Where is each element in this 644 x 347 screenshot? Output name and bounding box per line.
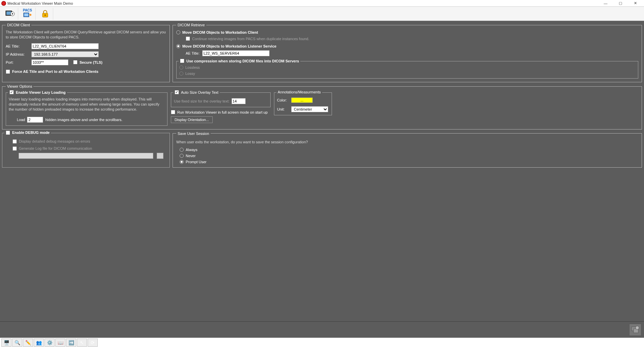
enable-lazy-checkbox[interactable] <box>9 90 14 94</box>
dicom-client-legend: DICOM Client <box>6 23 31 27</box>
save-session-group: Save User Session When user exits the wo… <box>173 132 642 168</box>
continue-retrieving-label: Continue retrieving images from PACS whe… <box>192 37 309 41</box>
debug-detailed-checkbox[interactable] <box>12 139 17 144</box>
toolbar-lock-button[interactable] <box>37 8 53 20</box>
dicom-retrieve-legend: DICOM Retrieve <box>176 23 206 27</box>
svg-point-3 <box>12 13 13 15</box>
fullscreen-checkbox[interactable] <box>171 110 175 114</box>
save-never-radio[interactable] <box>180 154 184 158</box>
task-edit-button[interactable]: ✏️ <box>23 339 33 347</box>
move-to-listener-label: Move DICOM Objects to Workstation Listen… <box>182 44 276 48</box>
monitor-icon: 🖥️ <box>4 340 9 345</box>
secure-tls-label: Secure (TLS) <box>80 60 102 64</box>
enable-debug-checkbox[interactable] <box>6 131 10 135</box>
port-input[interactable] <box>31 59 68 65</box>
color-picker-button[interactable]: ... <box>291 97 313 103</box>
debug-logpath-input[interactable] <box>19 153 153 159</box>
arrow-icon: ↖ <box>80 340 84 345</box>
save-session-legend: Save User Session <box>176 132 211 136</box>
auto-size-overlay-label: Auto Size Overlay Text <box>181 90 218 94</box>
continue-retrieving-checkbox[interactable] <box>186 36 190 41</box>
search-icon: 🔍 <box>14 340 20 345</box>
pencil-icon: ✏️ <box>25 340 31 345</box>
ip-address-label: IP Address: <box>6 52 29 56</box>
color-label: Color: <box>277 98 289 102</box>
task-users-button[interactable]: 👥 <box>34 339 44 347</box>
use-compression-checkbox[interactable] <box>180 59 184 63</box>
svg-point-10 <box>636 326 639 329</box>
dicom-retrieve-group: DICOM Retrieve Move DICOM Objects to Wor… <box>173 23 642 82</box>
svg-rect-5 <box>24 13 28 16</box>
unit-label: Unit: <box>277 107 289 111</box>
toolbar-pacs-button[interactable]: PACS <box>20 8 36 20</box>
load-label: Load <box>17 118 25 122</box>
task-book-button[interactable]: 📖 <box>55 339 65 347</box>
retrieve-ae-title-label: AE Title: <box>186 51 200 55</box>
task-monitor-button[interactable]: 🖥️ <box>1 339 11 347</box>
save-prompt-label: Prompt User <box>186 160 207 164</box>
unit-select[interactable]: Centimeter <box>291 106 328 112</box>
ae-title-label: AE Title: <box>6 44 29 48</box>
lossless-label: Lossless <box>185 65 200 69</box>
task-forward-button[interactable]: ➡️ <box>66 339 76 347</box>
annotations-legend: Annotations/Measurments <box>276 90 322 94</box>
load-count-input[interactable] <box>27 117 43 123</box>
ip-address-select[interactable]: 192.168.5.177 <box>31 51 99 57</box>
move-to-client-radio[interactable] <box>176 30 180 34</box>
pacs-icon <box>23 12 32 19</box>
users-icon: 👥 <box>36 340 42 345</box>
svg-point-7 <box>44 15 46 16</box>
move-to-client-label: Move DICOM Objects to Workstation Client <box>182 30 258 34</box>
content-area: DICOM Client The Workstation Client will… <box>0 21 644 321</box>
lossless-radio[interactable] <box>179 65 183 69</box>
maximize-button[interactable]: ▢ <box>613 0 628 7</box>
task-gear-button[interactable]: ⚙️ <box>44 339 55 347</box>
toolbar-settings-button[interactable] <box>2 8 18 20</box>
close-button[interactable]: ✕ <box>628 0 643 7</box>
main-toolbar: PACS <box>0 7 644 21</box>
port-label: Port: <box>6 60 29 64</box>
save-prompt-radio[interactable] <box>180 160 184 164</box>
force-ae-checkbox[interactable] <box>6 69 10 74</box>
debug-genlog-checkbox[interactable] <box>12 146 17 151</box>
enable-debug-label: Enable DEBUG mode <box>12 131 50 135</box>
debug-genlog-label: Generate Log file for DICOM communicatio… <box>19 146 92 150</box>
task-search-button[interactable]: 🔍 <box>12 339 22 347</box>
auto-size-overlay-checkbox[interactable] <box>175 90 179 94</box>
lossy-radio[interactable] <box>179 71 183 76</box>
load-suffix-label: hidden images above and under the scroll… <box>45 118 122 122</box>
window-title: Medical Workstation Viewer Main Demo <box>7 1 73 5</box>
viewer-options-legend: Viewer Options <box>6 84 33 88</box>
retrieve-ae-title-input[interactable] <box>202 50 270 56</box>
app-icon <box>1 1 6 6</box>
enable-lazy-label: Enable Viewer Lazy Loading <box>16 90 66 94</box>
settings-icon <box>5 10 15 18</box>
settings-icon <box>631 325 640 334</box>
save-session-question: When user exits the workstation, do you … <box>176 140 638 145</box>
dicom-client-group: DICOM Client The Workstation Client will… <box>2 23 170 82</box>
display-orientation-button[interactable]: Display Orientation... <box>171 116 213 123</box>
move-to-listener-radio[interactable] <box>176 44 180 48</box>
fixed-size-label: Use fixed size for the overlay text: <box>174 99 229 103</box>
dicom-client-description: The Workstation Client will perform DICO… <box>6 30 166 40</box>
secure-tls-checkbox[interactable] <box>73 60 78 64</box>
book-icon: 📖 <box>58 340 63 345</box>
ae-title-input[interactable] <box>31 43 99 49</box>
force-ae-label: Force AE Title and Port to all Workstati… <box>12 69 98 74</box>
task-arrow-button[interactable]: ↖ <box>77 339 87 347</box>
use-compression-label: Use compression when storing DICOM files… <box>186 59 299 63</box>
gear-icon: ⚙️ <box>47 340 53 345</box>
browse-logpath-button[interactable] <box>157 153 163 159</box>
debug-detailed-label: Display detailed debug messages on error… <box>19 139 90 143</box>
save-never-label: Never <box>186 154 195 158</box>
minimize-button[interactable]: — <box>598 0 613 7</box>
refresh-icon: ⟳ <box>91 340 95 345</box>
save-always-label: Always <box>186 148 197 152</box>
task-refresh-button[interactable]: ⟳ <box>88 339 98 347</box>
fixed-size-input[interactable] <box>232 98 246 104</box>
status-settings-button[interactable] <box>629 324 641 336</box>
bottom-toolbar: 🖥️ 🔍 ✏️ 👥 ⚙️ 📖 ➡️ ↖ ⟳ <box>0 338 644 347</box>
save-always-radio[interactable] <box>180 148 184 152</box>
lazy-description: Viewer lazy loading enables loading imag… <box>9 97 164 112</box>
status-bar <box>0 321 644 338</box>
